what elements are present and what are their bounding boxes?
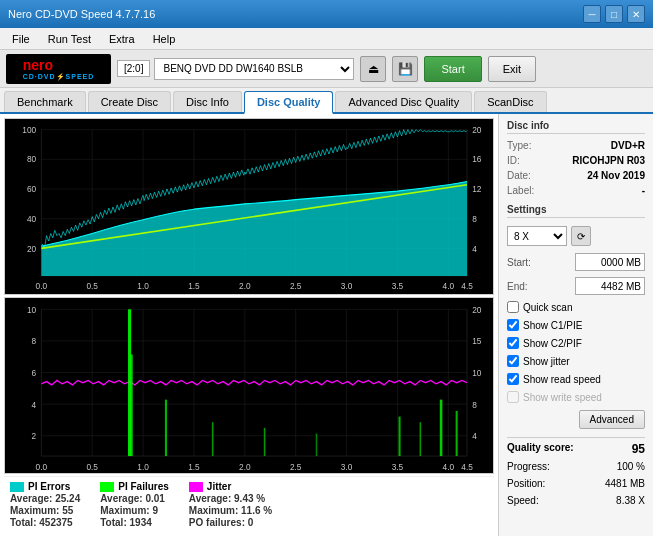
svg-text:0.0: 0.0 <box>36 461 48 471</box>
show-write-speed-checkbox[interactable] <box>507 391 519 403</box>
eject-icon[interactable]: ⏏ <box>360 56 386 82</box>
start-mb-row: Start: <box>507 253 645 271</box>
disc-type-value: DVD+R <box>611 140 645 151</box>
bottom-chart: 10 8 6 4 2 20 15 10 8 4 0.0 0.5 1.0 1.5 … <box>4 297 494 474</box>
pi-errors-avg: Average: 25.24 <box>10 493 80 504</box>
menu-file[interactable]: File <box>4 31 38 47</box>
drive-selector: [2:0] BENQ DVD DD DW1640 BSLB <box>117 58 354 80</box>
show-write-speed-row: Show write speed <box>507 391 645 403</box>
menu-extra[interactable]: Extra <box>101 31 143 47</box>
disc-id-label: ID: <box>507 155 520 166</box>
save-icon[interactable]: 💾 <box>392 56 418 82</box>
svg-text:1.5: 1.5 <box>188 461 200 471</box>
quality-score-label: Quality score: <box>507 442 574 456</box>
show-c2pif-row: Show C2/PIF <box>507 337 645 349</box>
disc-date-label: Date: <box>507 170 531 181</box>
show-read-speed-row: Show read speed <box>507 373 645 385</box>
top-chart-svg: 100 80 60 40 20 20 16 12 8 4 0.0 0.5 1.0… <box>5 119 493 294</box>
progress-value: 100 % <box>617 461 645 472</box>
svg-text:20: 20 <box>27 243 37 253</box>
exit-button[interactable]: Exit <box>488 56 536 82</box>
quick-scan-checkbox[interactable] <box>507 301 519 313</box>
menu-help[interactable]: Help <box>145 31 184 47</box>
progress-progress-row: Progress: 100 % <box>507 461 645 472</box>
speed-refresh-icon[interactable]: ⟳ <box>571 226 591 246</box>
title-bar-buttons: ─ □ ✕ <box>583 5 645 23</box>
pi-failures-label: PI Failures <box>118 481 169 492</box>
show-c1pie-label: Show C1/PIE <box>523 320 582 331</box>
jitter-po: PO failures: 0 <box>189 517 272 528</box>
svg-text:15: 15 <box>472 336 481 346</box>
svg-text:16: 16 <box>472 154 482 164</box>
show-write-speed-label: Show write speed <box>523 392 602 403</box>
legend-area: PI Errors Average: 25.24 Maximum: 55 Tot… <box>4 476 494 532</box>
right-panel: Disc info Type: DVD+R ID: RICOHJPN R03 D… <box>498 114 653 536</box>
position-label: Position: <box>507 478 545 489</box>
disc-label-row: Label: - <box>507 185 645 196</box>
tab-disc-quality[interactable]: Disc Quality <box>244 91 334 114</box>
disc-type-label: Type: <box>507 140 531 151</box>
svg-text:2: 2 <box>32 431 37 441</box>
svg-text:8: 8 <box>32 336 37 346</box>
svg-text:1.0: 1.0 <box>137 281 149 291</box>
svg-text:2.5: 2.5 <box>290 461 302 471</box>
svg-text:10: 10 <box>27 304 36 314</box>
svg-text:1.5: 1.5 <box>188 281 200 291</box>
toolbar: nero CD·DVD⚡SPEED [2:0] BENQ DVD DD DW16… <box>0 50 653 88</box>
svg-text:8: 8 <box>472 399 477 409</box>
start-mb-input[interactable] <box>575 253 645 271</box>
start-label: Start: <box>507 257 531 268</box>
show-read-speed-checkbox[interactable] <box>507 373 519 385</box>
disc-date-row: Date: 24 Nov 2019 <box>507 170 645 181</box>
pi-errors-total: Total: 452375 <box>10 517 80 528</box>
start-button[interactable]: Start <box>424 56 481 82</box>
end-mb-input[interactable] <box>575 277 645 295</box>
position-value: 4481 MB <box>605 478 645 489</box>
show-jitter-checkbox[interactable] <box>507 355 519 367</box>
speed-row: 8 X ⟳ <box>507 226 645 246</box>
close-button[interactable]: ✕ <box>627 5 645 23</box>
show-c1pie-row: Show C1/PIE <box>507 319 645 331</box>
svg-text:3.0: 3.0 <box>341 281 353 291</box>
quality-score-value: 95 <box>632 442 645 456</box>
svg-text:4: 4 <box>472 431 477 441</box>
svg-text:3.5: 3.5 <box>392 281 404 291</box>
tab-advanced-disc-quality[interactable]: Advanced Disc Quality <box>335 91 472 112</box>
show-read-speed-label: Show read speed <box>523 374 601 385</box>
quality-score-row: Quality score: 95 <box>507 437 645 456</box>
jitter-legend: Jitter Average: 9.43 % Maximum: 11.6 % P… <box>189 481 272 528</box>
show-c1pie-checkbox[interactable] <box>507 319 519 331</box>
tab-create-disc[interactable]: Create Disc <box>88 91 171 112</box>
logo-cd-dvd-speed: CD·DVD⚡SPEED <box>23 73 95 81</box>
end-label: End: <box>507 281 528 292</box>
settings-title: Settings <box>507 204 645 218</box>
pi-errors-max: Maximum: 55 <box>10 505 80 516</box>
minimize-button[interactable]: ─ <box>583 5 601 23</box>
menu-run-test[interactable]: Run Test <box>40 31 99 47</box>
jitter-avg: Average: 9.43 % <box>189 493 272 504</box>
svg-text:0.5: 0.5 <box>86 461 98 471</box>
disc-id-value: RICOHJPN R03 <box>572 155 645 166</box>
pi-errors-legend: PI Errors Average: 25.24 Maximum: 55 Tot… <box>10 481 80 528</box>
drive-dropdown[interactable]: BENQ DVD DD DW1640 BSLB <box>154 58 354 80</box>
svg-text:2.0: 2.0 <box>239 281 251 291</box>
svg-text:100: 100 <box>22 125 36 135</box>
svg-text:40: 40 <box>27 214 37 224</box>
tab-scandisc[interactable]: ScanDisc <box>474 91 546 112</box>
restore-button[interactable]: □ <box>605 5 623 23</box>
tab-benchmark[interactable]: Benchmark <box>4 91 86 112</box>
title-bar-title: Nero CD-DVD Speed 4.7.7.16 <box>8 8 155 20</box>
app-logo: nero CD·DVD⚡SPEED <box>6 54 111 84</box>
disc-type-row: Type: DVD+R <box>507 140 645 151</box>
tab-disc-info[interactable]: Disc Info <box>173 91 242 112</box>
svg-text:4.5: 4.5 <box>461 461 473 471</box>
speed-dropdown[interactable]: 8 X <box>507 226 567 246</box>
pi-failures-avg: Average: 0.01 <box>100 493 169 504</box>
svg-text:4.0: 4.0 <box>443 281 455 291</box>
advanced-button[interactable]: Advanced <box>579 410 645 429</box>
svg-text:3.0: 3.0 <box>341 461 353 471</box>
drive-num: [2:0] <box>117 60 150 77</box>
disc-info-title: Disc info <box>507 120 645 134</box>
show-c2pif-checkbox[interactable] <box>507 337 519 349</box>
progress-label: Progress: <box>507 461 550 472</box>
